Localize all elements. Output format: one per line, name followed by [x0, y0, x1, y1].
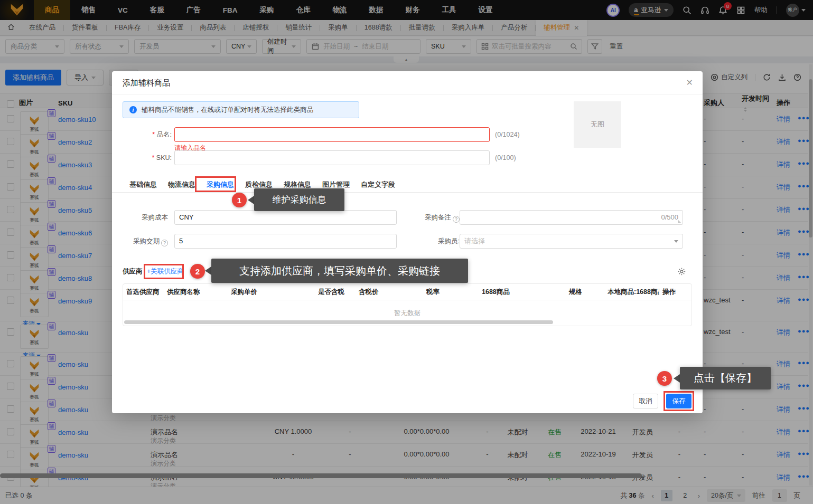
buyer-label: 采购员:: [401, 234, 460, 249]
step-1-badge: 1: [232, 193, 247, 207]
info-banner: i 辅料商品不能销售，在线或订单配对时将无法选择此类商品: [123, 101, 359, 118]
supplier-col-4: 是否含税: [315, 284, 356, 300]
cost-input[interactable]: CNY: [174, 210, 397, 225]
name-input[interactable]: [174, 127, 490, 142]
supplier-col-10: 操作: [659, 284, 692, 300]
supplier-table: 首选供应商供应商名称采购单价是否含税含税价税率1688商品规格本地商品:1688…: [123, 283, 692, 326]
supplier-section-label: 供应商: [123, 264, 143, 279]
app-root: 商品销售VC客服广告FBA采购仓库物流数据财务工具设置 AI a 亚马逊 8 帮…: [0, 0, 813, 504]
name-counter: (0/1024): [495, 127, 520, 142]
supplier-col-3: 采购单价: [228, 284, 315, 300]
info-icon: i: [129, 106, 137, 113]
gear-icon[interactable]: [677, 267, 686, 278]
modal-tab-7[interactable]: 自定义字段: [361, 177, 395, 192]
supplier-col-5: 含税价: [356, 284, 423, 300]
image-placeholder: 无图: [574, 101, 621, 148]
leadtime-input[interactable]: 5: [174, 234, 397, 249]
modal-title: 添加辅料商品: [123, 71, 170, 94]
supplier-hscrollbar[interactable]: [124, 320, 553, 324]
modal-header: 添加辅料商品 ✕: [112, 71, 703, 94]
sku-input[interactable]: [174, 150, 490, 165]
resize-handle: [678, 220, 681, 223]
supplier-col-7: 1688商品: [479, 284, 566, 300]
supplier-col-2: 供应商名称: [164, 284, 228, 300]
tooltip-arrow: [205, 267, 211, 275]
highlight-box-add-supplier: [144, 264, 184, 279]
buyer-select[interactable]: 请选择: [460, 234, 683, 249]
leadtime-label: 采购交期?: [112, 234, 168, 249]
help-circle-icon: ?: [161, 240, 168, 246]
note-label: 采购备注?: [401, 210, 460, 225]
info-banner-text: 辅料商品不能销售，在线或订单配对时将无法选择此类商品: [142, 106, 313, 115]
supplier-empty-state: 暂无数据: [123, 300, 691, 318]
step-2-tooltip: 支持添加供应商，填写采购单价、采购链接: [211, 259, 468, 283]
close-icon[interactable]: ✕: [686, 71, 693, 94]
step-3-tooltip: 点击【保存】: [680, 367, 771, 389]
modal-tab-1[interactable]: 基础信息: [129, 177, 157, 192]
add-aux-product-modal: 添加辅料商品 ✕ i 辅料商品不能销售，在线或订单配对时将无法选择此类商品 无图…: [112, 71, 703, 413]
sku-counter: (0/100): [495, 150, 516, 165]
modal-tab-2[interactable]: 物流信息: [168, 177, 195, 192]
sku-field-label: SKU:: [112, 150, 172, 165]
name-field-label: 品名:: [112, 127, 172, 142]
help-circle-icon: ?: [453, 216, 460, 223]
step-1-tooltip: 维护采购信息: [254, 188, 344, 211]
step-3-badge: 3: [657, 371, 672, 386]
tooltip-arrow: [248, 196, 254, 204]
step-2-badge: 2: [190, 264, 205, 279]
note-textarea[interactable]: 0/500: [460, 210, 683, 225]
supplier-col-8: 规格: [566, 284, 604, 300]
supplier-col-1: 首选供应商: [123, 284, 164, 300]
cost-label: 采购成本: [112, 210, 168, 225]
supplier-col-6: 税率: [423, 284, 479, 300]
tooltip-arrow: [674, 374, 680, 383]
highlight-box-purchase-tab: [195, 176, 236, 192]
supplier-col-9: 本地商品:1688商品: [604, 284, 659, 300]
highlight-box-save: [664, 391, 694, 411]
cancel-button[interactable]: 取消: [633, 394, 658, 408]
supplier-table-header: 首选供应商供应商名称采购单价是否含税含税价税率1688商品规格本地商品:1688…: [123, 284, 691, 300]
